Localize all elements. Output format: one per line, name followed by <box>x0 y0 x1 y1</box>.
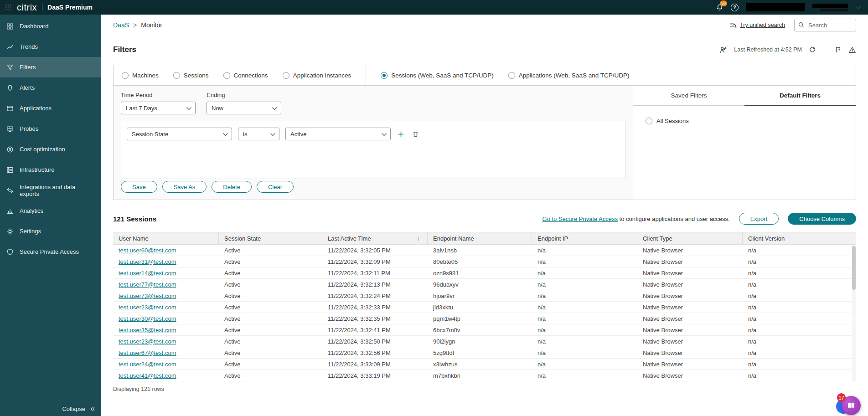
try-unified-search-link[interactable]: Try unified search <box>729 21 785 29</box>
sidebar-item-applications[interactable]: Applications <box>0 98 101 118</box>
column-header-user-name[interactable]: User Name <box>113 232 219 244</box>
sidebar-item-label: Dashboard <box>20 23 49 30</box>
sidebar-item-cost-optimization[interactable]: Cost optimization <box>0 139 101 159</box>
sidebar-item-label: Settings <box>20 228 41 235</box>
table-cell: n/a <box>532 302 637 313</box>
user-name-link[interactable]: test.user24@test.com <box>113 359 219 370</box>
sort-ascending-icon <box>417 235 422 242</box>
table-scrollbar-thumb[interactable] <box>852 246 856 290</box>
criterion-operator-select[interactable]: is <box>238 128 279 140</box>
sidebar-item-dashboard[interactable]: Dashboard <box>0 16 101 36</box>
radio-bar-divider <box>366 65 366 86</box>
user-name-link[interactable]: test.user41@test.com <box>113 370 219 381</box>
filter-type-sessions[interactable]: Sessions <box>173 72 209 79</box>
filter-type-machines[interactable]: Machines <box>122 72 159 79</box>
warning-triangle-icon[interactable] <box>848 46 856 54</box>
table-cell: Active <box>219 347 322 358</box>
row-count-note: Displaying 121 rows <box>101 381 868 392</box>
table-cell: n/a <box>743 290 856 301</box>
user-activity-icon[interactable] <box>719 46 727 54</box>
breadcrumb-separator: > <box>133 21 137 29</box>
user-name-link[interactable]: test.user30@test.com <box>113 313 219 324</box>
notifications-bell-icon[interactable]: 50 <box>716 4 723 11</box>
sidebar-collapse-button[interactable]: Collapse <box>62 406 96 412</box>
table-cell: Native Browser <box>637 267 743 278</box>
refresh-icon[interactable] <box>809 46 816 53</box>
secure-private-access-link[interactable]: Go to Secure Private Access <box>542 216 618 222</box>
app-switcher-icon[interactable] <box>5 4 12 11</box>
clear-button[interactable]: Clear <box>257 181 294 193</box>
column-header-last-active-time[interactable]: Last Active Time <box>322 232 428 244</box>
sidebar-item-alerts[interactable]: Alerts <box>0 77 101 98</box>
user-name-link[interactable]: test.user73@test.com <box>113 290 219 301</box>
table-cell: Native Browser <box>637 279 743 290</box>
header-brand-area: citrix DaaS Premium <box>0 2 93 13</box>
filter-type-applications-web-saas[interactable]: Applications (Web, SaaS and TCP/UDP) <box>508 72 630 79</box>
user-name-link[interactable]: test.user31@test.com <box>113 256 219 267</box>
tab-saved-filters[interactable]: Saved Filters <box>633 86 744 105</box>
table-cell: Active <box>219 245 322 256</box>
table-cell: n/a <box>532 370 637 381</box>
unified-search-icon <box>729 21 737 29</box>
ending-select[interactable]: Now <box>207 102 281 114</box>
save-button[interactable]: Save <box>121 181 157 193</box>
alert-flag-icon[interactable] <box>834 46 842 53</box>
column-header-endpoint-ip[interactable]: Endpoint IP <box>532 232 637 244</box>
sidebar-item-integrations[interactable]: Integrations and data exports <box>0 180 101 200</box>
help-widget: 17 <box>842 396 861 415</box>
delete-criterion-icon[interactable] <box>411 130 420 139</box>
table-cell: 11/22/2024, 3:32:56 PM <box>322 347 428 358</box>
column-header-endpoint-name[interactable]: Endpoint Name <box>428 232 532 244</box>
sidebar-item-secure-private-access[interactable]: Secure Private Access <box>0 241 101 262</box>
table-cell: Active <box>219 324 322 335</box>
criterion-value-select[interactable]: Active <box>285 128 391 140</box>
account-menu-chevron-icon[interactable] <box>855 5 862 10</box>
filter-type-bar: Machines Sessions Connections Applicatio… <box>113 65 856 86</box>
sidebar-item-filters[interactable]: Filters <box>0 57 101 77</box>
filters-icon <box>6 64 14 71</box>
table-row: test.user73@test.comActive11/22/2024, 3:… <box>113 290 856 302</box>
sidebar-item-trends[interactable]: Trends <box>0 36 101 57</box>
main-content: DaaS > Monitor Try unified search Filter… <box>101 15 868 416</box>
citrix-logo: citrix <box>17 2 37 13</box>
breadcrumb-daas-link[interactable]: DaaS <box>113 21 129 29</box>
table-cell: pqm1w4tp <box>428 313 532 324</box>
sidebar-item-probes[interactable]: Probes <box>0 118 101 139</box>
sidebar-item-label: Alerts <box>20 84 35 91</box>
add-criterion-icon[interactable] <box>397 130 405 139</box>
table-row: test.user24@test.comActive11/22/2024, 3:… <box>113 359 856 370</box>
search-area: Try unified search <box>729 19 856 31</box>
user-name-link[interactable]: test.user77@test.com <box>113 279 219 290</box>
time-period-select[interactable]: Last 7 Days <box>121 102 196 114</box>
user-name-link[interactable]: test.user67@test.com <box>113 347 219 358</box>
column-header-client-version[interactable]: Client Version <box>743 232 856 244</box>
delete-button[interactable]: Delete <box>212 181 252 193</box>
tab-default-filters[interactable]: Default Filters <box>744 86 856 105</box>
column-header-session-state[interactable]: Session State <box>219 232 322 244</box>
user-name-link[interactable]: test.user23@test.com <box>113 336 219 347</box>
filter-type-application-instances[interactable]: Application Instances <box>283 72 351 79</box>
filter-type-connections[interactable]: Connections <box>223 72 268 79</box>
table-cell: Active <box>219 359 322 370</box>
user-name-link[interactable]: test.user23@test.com <box>113 302 219 313</box>
table-cell: 11/22/2024, 3:33:09 PM <box>322 359 428 370</box>
table-cell: n/a <box>743 267 856 278</box>
user-name-link[interactable]: test.user60@test.com <box>113 245 219 256</box>
export-button[interactable]: Export <box>739 213 779 225</box>
choose-columns-button[interactable]: Choose Columns <box>788 213 856 225</box>
table-row: test.user30@test.comActive11/22/2024, 3:… <box>113 313 856 324</box>
table-cell: Native Browser <box>637 245 743 256</box>
save-as-button[interactable]: Save As <box>162 181 207 193</box>
help-icon[interactable] <box>731 4 739 11</box>
sidebar-item-analytics[interactable]: Analytics <box>0 200 101 221</box>
default-filter-all-sessions[interactable]: All Sessions <box>633 106 856 124</box>
user-name-link[interactable]: test.user14@test.com <box>113 267 219 278</box>
sidebar-item-infrastructure[interactable]: Infrastructure <box>0 159 101 180</box>
criterion-field-select[interactable]: Session State <box>127 128 232 140</box>
column-header-client-type[interactable]: Client Type <box>637 232 743 244</box>
chevron-down-icon <box>272 107 277 110</box>
user-name-link[interactable]: test.user35@test.com <box>113 324 219 335</box>
sidebar-item-settings[interactable]: Settings <box>0 221 101 241</box>
filter-type-sessions-web-saas[interactable]: Sessions (Web, SaaS and TCP/UDP) <box>381 72 494 79</box>
notifications-count-badge: 50 <box>720 0 727 6</box>
